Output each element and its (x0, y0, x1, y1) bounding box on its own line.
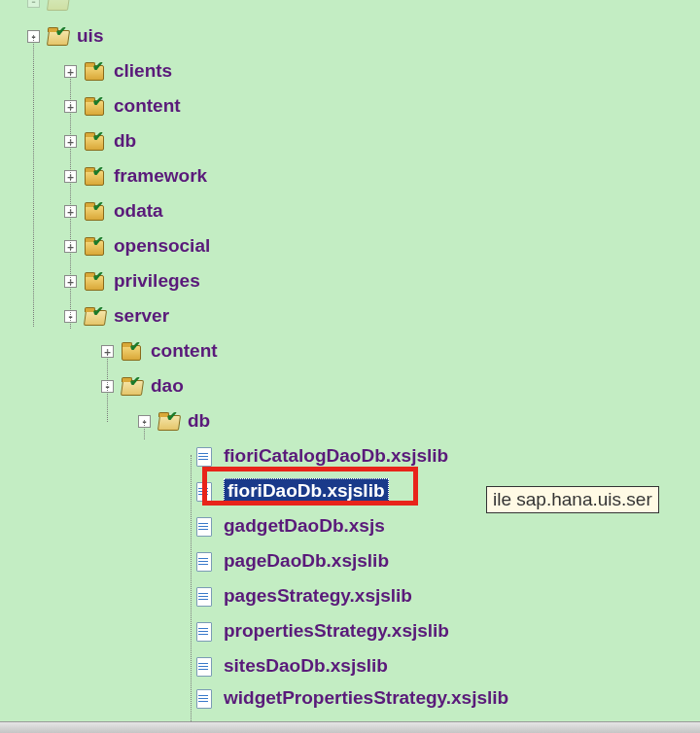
folder-open-icon: ✔ (46, 0, 69, 11)
expand-icon[interactable]: - (27, 0, 40, 8)
folder-icon: ✔ (83, 271, 106, 291)
folder-open-icon: ✔ (157, 411, 180, 431)
tree-node-content[interactable]: + ✔ content (10, 88, 700, 123)
tree-node-clients[interactable]: + ✔ clients (10, 53, 700, 88)
folder-open-icon: ✔ (83, 306, 106, 326)
tree-node-file[interactable]: pagesStrategy.xsjslib (10, 578, 700, 613)
tree-node-odata[interactable]: + ✔ odata (10, 193, 700, 228)
tree-node-dao[interactable]: - ✔ dao (10, 368, 700, 403)
tree-node-file[interactable]: pageDaoDb.xsjslib (10, 543, 700, 578)
file-icon (192, 481, 216, 501)
folder-open-icon: ✔ (120, 376, 143, 396)
status-bar (0, 721, 700, 733)
folder-open-icon: ✔ (46, 26, 69, 46)
folder-icon: ✔ (83, 166, 106, 186)
folder-icon: ✔ (83, 61, 106, 81)
tree-connector (144, 420, 145, 439)
tooltip: ile sap.hana.uis.ser (486, 486, 659, 513)
file-icon (192, 516, 216, 536)
tree-node-label: framework (114, 165, 207, 187)
tree-node-label: pagesStrategy.xsjslib (224, 585, 412, 607)
tree-node-truncated[interactable]: - ✔ (10, 0, 700, 18)
folder-icon: ✔ (83, 201, 106, 221)
tree-node-label: gadgetDaoDb.xsjs (224, 515, 385, 537)
tree-node-privileges[interactable]: + ✔ privileges (10, 263, 700, 298)
tree-node-label: db (188, 410, 210, 432)
tree-node-label: opensocial (114, 235, 210, 257)
tree-node-label-selected: fioriDaoDb.xsjslib (224, 478, 389, 504)
tree-node-label: server (114, 305, 169, 327)
file-icon (192, 621, 216, 641)
tree-node-file[interactable]: propertiesStrategy.xsjslib (10, 613, 700, 648)
folder-icon: ✔ (83, 96, 106, 116)
tree-node-label: content (114, 95, 181, 117)
tree-node-label: db (114, 130, 136, 152)
tree-node-dao-db[interactable]: - ✔ db (10, 403, 700, 438)
tree-node-label: content (151, 340, 218, 362)
file-icon (192, 446, 216, 466)
tree-node-file[interactable]: gadgetDaoDb.xsjs (10, 508, 700, 543)
folder-icon: ✔ (83, 131, 106, 151)
tree-node-label: privileges (114, 270, 200, 292)
tree-node-file[interactable]: sitesDaoDb.xsjslib (10, 648, 700, 683)
tree-node-label: uis (77, 25, 103, 47)
folder-icon: ✔ (83, 236, 106, 256)
tree-node-label: fioriCatalogDaoDb.xsjslib (224, 445, 448, 467)
tree-node-label: clients (114, 60, 172, 82)
tree-node-uis[interactable]: - ✔ uis (10, 18, 700, 53)
tree-node-server[interactable]: - ✔ server (10, 298, 700, 333)
tree-node-label: propertiesStrategy.xsjslib (224, 620, 449, 642)
file-icon (192, 688, 216, 708)
file-icon (192, 586, 216, 606)
tree-node-label: sitesDaoDb.xsjslib (224, 655, 388, 677)
tree-connector (191, 455, 192, 725)
file-icon (192, 551, 216, 571)
tree-node-label: dao (151, 375, 184, 397)
tree-node-label: odata (114, 200, 163, 222)
tree-node-framework[interactable]: + ✔ framework (10, 158, 700, 193)
tree-node-label: pageDaoDb.xsjslib (224, 550, 389, 572)
folder-icon: ✔ (120, 341, 143, 361)
file-tree: - ✔ - ✔ uis + ✔ clients + ✔ content + ✔ … (0, 0, 700, 713)
tree-node-server-content[interactable]: + ✔ content (10, 333, 700, 368)
tree-connector (107, 350, 108, 422)
tree-node-label: widgetPropertiesStrategy.xsjslib (224, 687, 508, 709)
tree-node-opensocial[interactable]: + ✔ opensocial (10, 228, 700, 263)
file-icon (192, 656, 216, 676)
tree-node-file[interactable]: fioriCatalogDaoDb.xsjslib (10, 438, 700, 473)
tree-node-db[interactable]: + ✔ db (10, 123, 700, 158)
tree-connector (70, 70, 71, 329)
tree-node-file[interactable]: widgetPropertiesStrategy.xsjslib (10, 683, 700, 713)
tree-connector (33, 35, 34, 327)
